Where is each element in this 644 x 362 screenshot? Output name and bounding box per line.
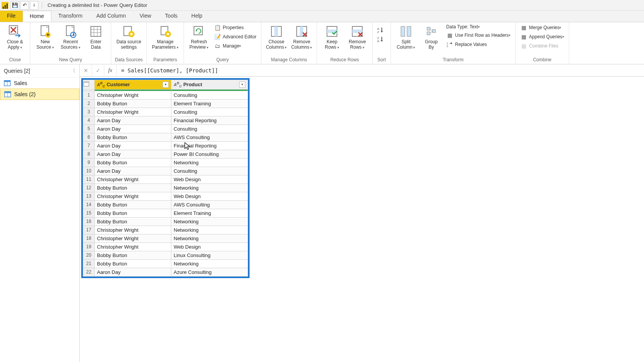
- row-number[interactable]: 3: [83, 108, 95, 116]
- table-row[interactable]: 18Christopher WrightNetworking: [83, 234, 248, 242]
- cell-customer[interactable]: Christopher Wright: [95, 175, 171, 183]
- cell-customer[interactable]: Christopher Wright: [95, 242, 171, 251]
- cell-product[interactable]: Element Training: [171, 209, 248, 217]
- accept-formula-button[interactable]: ✓: [92, 65, 104, 76]
- cell-product[interactable]: AWS Consulting: [171, 200, 248, 209]
- manage-parameters-button[interactable]: ManageParameters: [149, 24, 181, 51]
- data-type-button[interactable]: Data Type: Text: [445, 24, 511, 30]
- save-icon[interactable]: 💾: [11, 1, 19, 10]
- row-number[interactable]: 17: [83, 226, 95, 234]
- cell-product[interactable]: Networking: [171, 226, 248, 234]
- row-number[interactable]: 11: [83, 175, 95, 183]
- split-column-button[interactable]: SplitColumn: [393, 24, 419, 51]
- cell-product[interactable]: Element Training: [171, 99, 248, 108]
- row-number[interactable]: 20: [83, 251, 95, 259]
- row-number[interactable]: 7: [83, 141, 95, 150]
- cell-customer[interactable]: Christopher Wright: [95, 108, 171, 116]
- cell-product[interactable]: Financial Reporting: [171, 116, 248, 124]
- cell-customer[interactable]: Christopher Wright: [95, 226, 171, 234]
- cell-product[interactable]: Networking: [171, 259, 248, 268]
- tab-file[interactable]: File: [0, 11, 23, 22]
- table-row[interactable]: 2Bobby BurtonElement Training: [83, 99, 248, 108]
- row-number[interactable]: 15: [83, 209, 95, 217]
- cell-product[interactable]: Web Design: [171, 192, 248, 200]
- cell-product[interactable]: Networking: [171, 183, 248, 192]
- combine-files-button[interactable]: ▦Combine Files: [519, 42, 565, 50]
- table-row[interactable]: 17Christopher WrightNetworking: [83, 226, 248, 234]
- cell-customer[interactable]: Christopher Wright: [95, 234, 171, 242]
- cancel-formula-button[interactable]: ✕: [80, 65, 92, 76]
- cell-product[interactable]: Linux Consulting: [171, 251, 248, 259]
- table-row[interactable]: 14Bobby BurtonAWS Consulting: [83, 200, 248, 209]
- column-filter-button[interactable]: ▾: [239, 82, 245, 88]
- table-row[interactable]: 5Aaron DayConsulting: [83, 124, 248, 133]
- table-row[interactable]: 1Christopher WrightConsulting: [83, 91, 248, 99]
- refresh-preview-button[interactable]: RefreshPreview: [186, 24, 212, 51]
- tab-add-column[interactable]: Add Column: [89, 11, 133, 22]
- table-row[interactable]: 3Christopher WrightConsulting: [83, 108, 248, 116]
- cell-product[interactable]: Financial Reporting: [171, 141, 248, 150]
- cell-customer[interactable]: Aaron Day: [95, 167, 171, 175]
- choose-columns-button[interactable]: ChooseColumns: [264, 24, 289, 51]
- table-row[interactable]: 16Bobby BurtonNetworking: [83, 217, 248, 226]
- row-number[interactable]: 5: [83, 124, 95, 133]
- table-row[interactable]: 15Bobby BurtonElement Training: [83, 209, 248, 217]
- sort-asc-button[interactable]: AZ: [376, 26, 387, 34]
- row-number[interactable]: 16: [83, 217, 95, 226]
- column-header-product[interactable]: ABCProduct ▾: [171, 80, 248, 90]
- row-number[interactable]: 9: [83, 158, 95, 167]
- cell-product[interactable]: Networking: [171, 217, 248, 226]
- cell-product[interactable]: Web Design: [171, 242, 248, 251]
- column-header-customer[interactable]: ABCCustomer ▾: [95, 80, 171, 90]
- row-number[interactable]: 2: [83, 99, 95, 108]
- row-number[interactable]: 18: [83, 234, 95, 242]
- advanced-editor-button[interactable]: 📝Advanced Editor: [213, 33, 257, 41]
- cell-product[interactable]: Power BI Consulting: [171, 150, 248, 158]
- cell-customer[interactable]: Bobby Burton: [95, 158, 171, 167]
- row-number[interactable]: 10: [83, 167, 95, 175]
- row-number[interactable]: 4: [83, 116, 95, 124]
- tab-transform[interactable]: Transform: [51, 11, 89, 22]
- table-row[interactable]: 20Bobby BurtonLinux Consulting: [83, 251, 248, 259]
- cell-product[interactable]: Azure Consulting: [171, 268, 248, 276]
- row-number[interactable]: 12: [83, 183, 95, 192]
- cell-customer[interactable]: Aaron Day: [95, 124, 171, 133]
- cell-product[interactable]: Consulting: [171, 167, 248, 175]
- table-row[interactable]: 11Christopher WrightWeb Design: [83, 175, 248, 183]
- tab-tools[interactable]: Tools: [158, 11, 184, 22]
- keep-rows-button[interactable]: KeepRows: [319, 24, 345, 51]
- row-number[interactable]: 8: [83, 150, 95, 158]
- collapse-queries-icon[interactable]: 〈: [70, 67, 76, 74]
- row-number[interactable]: 6: [83, 133, 95, 141]
- cell-customer[interactable]: Bobby Burton: [95, 183, 171, 192]
- table-row[interactable]: 8Aaron DayPower BI Consulting: [83, 150, 248, 158]
- cell-customer[interactable]: Bobby Burton: [95, 200, 171, 209]
- row-number[interactable]: 13: [83, 192, 95, 200]
- properties-button[interactable]: 📋Properties: [213, 24, 257, 31]
- remove-rows-button[interactable]: RemoveRows: [345, 24, 370, 51]
- table-row[interactable]: 9Bobby BurtonNetworking: [83, 158, 248, 167]
- tab-help[interactable]: Help: [184, 11, 209, 22]
- cell-customer[interactable]: Aaron Day: [95, 116, 171, 124]
- cell-customer[interactable]: Bobby Burton: [95, 209, 171, 217]
- column-filter-button[interactable]: ▾: [163, 82, 169, 88]
- table-row[interactable]: 19Christopher WrightWeb Design: [83, 242, 248, 251]
- table-row[interactable]: 13Christopher WrightWeb Design: [83, 192, 248, 200]
- enter-data-button[interactable]: EnterData: [83, 24, 108, 51]
- formula-input[interactable]: [117, 64, 644, 76]
- table-row[interactable]: 10Aaron DayConsulting: [83, 167, 248, 175]
- cell-customer[interactable]: Christopher Wright: [95, 192, 171, 200]
- merge-queries-button[interactable]: ▦Merge Queries: [519, 24, 565, 31]
- first-row-headers-button[interactable]: ▦Use First Row as Headers: [445, 31, 511, 39]
- row-number[interactable]: 19: [83, 242, 95, 251]
- cell-customer[interactable]: Aaron Day: [95, 141, 171, 150]
- remove-columns-button[interactable]: RemoveColumns: [289, 24, 314, 51]
- redo-icon[interactable]: ⇩: [30, 1, 38, 10]
- append-queries-button[interactable]: ▦Append Queries: [519, 33, 565, 41]
- cell-customer[interactable]: Christopher Wright: [95, 91, 171, 99]
- cell-product[interactable]: Web Design: [171, 175, 248, 183]
- tab-home[interactable]: Home: [23, 11, 51, 22]
- row-number[interactable]: 21: [83, 259, 95, 268]
- grid-corner[interactable]: [83, 80, 95, 90]
- row-number[interactable]: 14: [83, 200, 95, 209]
